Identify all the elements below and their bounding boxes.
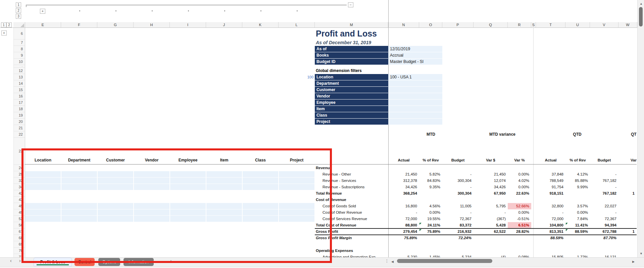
row-header-18[interactable]: 18 bbox=[13, 106, 25, 112]
filter-value[interactable]: Master Budget - SI bbox=[388, 59, 442, 65]
row-header-8[interactable]: 8 bbox=[13, 46, 25, 52]
cell-qtd-43[interactable] bbox=[590, 197, 618, 203]
cell-mtd-56[interactable]: 83,372 bbox=[442, 222, 474, 228]
cell-mtd-71[interactable]: 5,234 bbox=[442, 254, 474, 257]
cell-mtd-24[interactable] bbox=[388, 165, 419, 171]
cell-qtd-52[interactable]: 7.84% bbox=[565, 216, 590, 222]
cell-mtd-43[interactable] bbox=[474, 197, 508, 203]
row-header-7[interactable]: 7 bbox=[13, 40, 25, 46]
cell-mtd-52[interactable]: 19.55% bbox=[419, 216, 442, 222]
cell-qtd-42[interactable]: 918,151 bbox=[536, 190, 565, 197]
column-header-N[interactable]: N bbox=[388, 22, 419, 27]
row-group-expand-button[interactable]: + bbox=[1, 30, 7, 36]
cell-mtd-45[interactable]: 5,795 bbox=[474, 203, 508, 209]
cell-qtd-45[interactable]: 3.57% bbox=[565, 203, 590, 209]
cell-mtd-68[interactable]: 72.24% bbox=[442, 235, 474, 241]
cell-mtd-56[interactable]: 24.11% bbox=[419, 222, 442, 228]
column-group-collapse-button[interactable]: − bbox=[348, 2, 353, 7]
cell-mtd-52[interactable]: (367) bbox=[474, 216, 508, 222]
cell-mtd-29[interactable]: 5.82% bbox=[419, 171, 442, 178]
cell-qtd-45[interactable] bbox=[618, 203, 637, 209]
cell-mtd-67[interactable]: 279,454 bbox=[388, 228, 419, 235]
cell-mtd-71[interactable]: (4) bbox=[474, 254, 508, 257]
column-header-K[interactable]: K bbox=[242, 22, 279, 27]
scroll-right-arrow[interactable]: ▶ bbox=[632, 260, 635, 263]
column-header-R[interactable]: R bbox=[508, 22, 531, 27]
scroll-up-arrow[interactable]: ▲ bbox=[640, 2, 643, 5]
row-header-21[interactable]: 21 bbox=[13, 125, 25, 131]
cell-mtd-34[interactable]: 34,426 bbox=[474, 184, 508, 190]
cell-mtd-67[interactable]: 28.82% bbox=[508, 228, 531, 235]
cell-qtd-70[interactable] bbox=[565, 248, 590, 254]
cell-qtd-29[interactable]: 4.12% bbox=[565, 171, 590, 178]
cell-qtd-52[interactable]: 72,367 bbox=[590, 216, 618, 222]
row-header-20[interactable]: 20 bbox=[13, 119, 25, 125]
cell-qtd-42[interactable]: 767,182 bbox=[590, 190, 618, 197]
cell-qtd-67[interactable]: 88.59% bbox=[565, 228, 590, 235]
cell-mtd-29[interactable]: 0.00% bbox=[508, 171, 531, 178]
cell-mtd-70[interactable] bbox=[419, 248, 442, 254]
row-header-6[interactable]: 6 bbox=[13, 27, 25, 40]
column-header-F[interactable]: F bbox=[61, 22, 97, 27]
cell-mtd-43[interactable] bbox=[388, 197, 419, 203]
sheet-nav-right-arrow[interactable]: › bbox=[19, 258, 21, 263]
cell-mtd-43[interactable] bbox=[419, 197, 442, 203]
cell-qtd-67[interactable]: 813,351 bbox=[536, 228, 565, 235]
vertical-scrollbar[interactable]: ▲ ▼ bbox=[637, 0, 644, 257]
cell-mtd-69[interactable] bbox=[474, 241, 508, 248]
filter-value[interactable] bbox=[388, 80, 442, 86]
sheet-nav-left-arrow[interactable]: ‹ bbox=[10, 258, 12, 263]
cell-qtd-70[interactable] bbox=[536, 248, 565, 254]
cell-mtd-43[interactable] bbox=[508, 197, 531, 203]
filter-value[interactable] bbox=[388, 112, 442, 118]
filter-value[interactable] bbox=[388, 99, 442, 106]
column-header-S[interactable]: S bbox=[531, 22, 536, 27]
cell-mtd-52[interactable]: 72,000 bbox=[388, 216, 419, 222]
cell-qtd-34[interactable] bbox=[618, 184, 637, 190]
vertical-scroll-thumb[interactable] bbox=[639, 7, 643, 26]
cell-mtd-69[interactable] bbox=[388, 241, 419, 248]
cell-qtd-56[interactable] bbox=[618, 222, 637, 228]
column-header-I[interactable]: I bbox=[170, 22, 206, 27]
cell-mtd-67[interactable]: 62,522 bbox=[474, 228, 508, 235]
cell-mtd-49[interactable]: - bbox=[388, 209, 419, 216]
cell-mtd-24[interactable] bbox=[508, 165, 531, 171]
cell-qtd-69[interactable] bbox=[618, 241, 637, 248]
cell-mtd-67[interactable]: 216,932 bbox=[442, 228, 474, 235]
cell-qtd-43[interactable] bbox=[618, 197, 637, 203]
cell-mtd-29[interactable]: 21,450 bbox=[388, 171, 419, 178]
column-group-expand-button[interactable]: + bbox=[40, 9, 45, 14]
cell-mtd-70[interactable] bbox=[508, 248, 531, 254]
cell-qtd-29[interactable] bbox=[618, 171, 637, 178]
cell-qtd-52[interactable]: 72,000 bbox=[536, 216, 565, 222]
row-outline-level-2[interactable]: 2 bbox=[6, 22, 12, 27]
row-header-16[interactable]: 16 bbox=[13, 93, 25, 99]
cell-qtd-24[interactable] bbox=[565, 165, 590, 171]
row-header-14[interactable]: 14 bbox=[13, 80, 25, 87]
cell-mtd-29[interactable]: 21,450 bbox=[474, 171, 508, 178]
cell-mtd-42[interactable]: 67,950 bbox=[474, 190, 508, 197]
cell-qtd-71[interactable] bbox=[618, 254, 637, 257]
column-outline-level-1[interactable]: 1 bbox=[16, 2, 21, 7]
cell-mtd-34[interactable]: - bbox=[442, 184, 474, 190]
cell-mtd-24[interactable] bbox=[474, 165, 508, 171]
row-header-9[interactable]: 9 bbox=[13, 52, 25, 59]
cell-qtd-43[interactable] bbox=[536, 197, 565, 203]
cell-mtd-42[interactable]: 368,254 bbox=[388, 190, 419, 197]
cell-qtd-70[interactable] bbox=[590, 248, 618, 254]
cell-qtd-67[interactable]: 672,788 bbox=[590, 228, 618, 235]
cell-mtd-71[interactable]: 5,230 bbox=[388, 254, 419, 257]
cell-qtd-32[interactable]: 85.88% bbox=[565, 178, 590, 184]
column-header-U[interactable]: U bbox=[565, 22, 590, 27]
cell-qtd-68[interactable] bbox=[565, 235, 590, 241]
cell-mtd-49[interactable]: 0.00% bbox=[508, 209, 531, 216]
select-all-corner[interactable] bbox=[13, 22, 25, 27]
cell-qtd-49[interactable]: - bbox=[536, 209, 565, 216]
cell-mtd-67[interactable]: 75.89% bbox=[419, 228, 442, 235]
cell-qtd-52[interactable] bbox=[618, 216, 637, 222]
cell-qtd-67[interactable]: 1 bbox=[618, 228, 637, 235]
row-header-22[interactable]: 22 bbox=[13, 131, 25, 138]
cell-qtd-24[interactable] bbox=[590, 165, 618, 171]
cell-qtd-29[interactable]: 37,848 bbox=[536, 171, 565, 178]
column-header-T[interactable]: T bbox=[536, 22, 565, 27]
